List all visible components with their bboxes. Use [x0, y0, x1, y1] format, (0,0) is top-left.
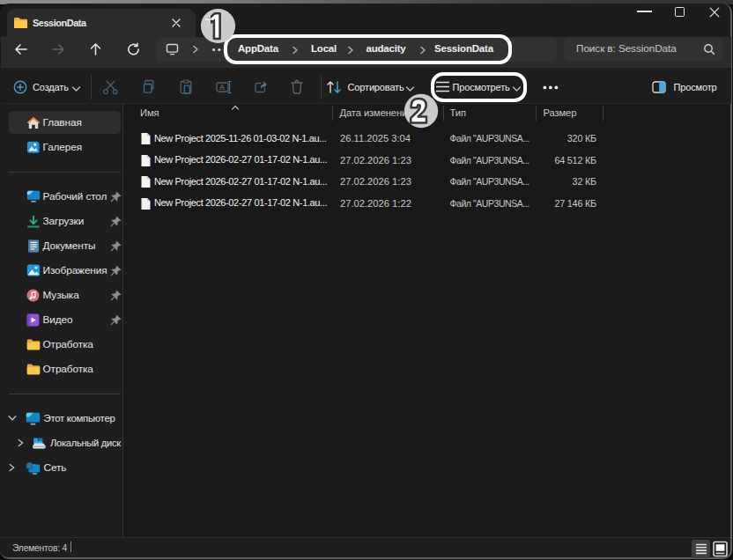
- svg-text:A: A: [219, 83, 225, 92]
